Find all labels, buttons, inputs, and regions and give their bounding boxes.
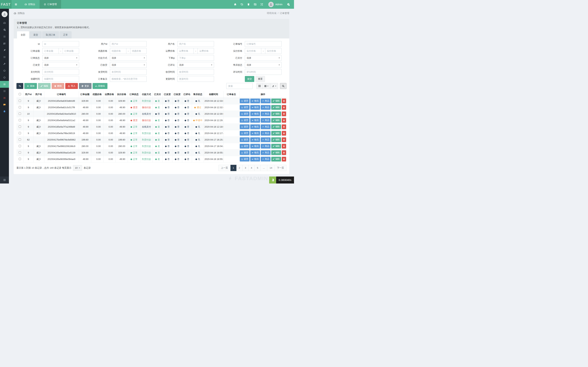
sidebar-item-7[interactable] [0, 67, 9, 74]
page-button-2[interactable]: 2 [236, 165, 242, 171]
detail-view-button[interactable] [256, 83, 263, 89]
home-button[interactable] [232, 0, 239, 9]
order-status-select[interactable]: 选择 [42, 55, 79, 61]
is-paid-select[interactable]: 选择 [245, 55, 282, 61]
shipping-price-min-input[interactable] [177, 48, 194, 54]
update-time-input[interactable] [177, 76, 214, 82]
pay-time-input[interactable] [42, 69, 79, 75]
delete-button[interactable] [282, 99, 286, 103]
order-no-input[interactable] [245, 41, 282, 47]
logistics-button[interactable]: 物流 [250, 144, 260, 149]
expand-button[interactable] [259, 0, 265, 9]
row-checkbox[interactable] [19, 113, 21, 115]
refund-button[interactable]: 退货 [240, 111, 250, 116]
search-toggle-button[interactable] [280, 83, 286, 89]
goods-button[interactable]: 商品 [261, 105, 270, 110]
sidebar-item-13[interactable] [0, 108, 9, 115]
filter-tab-1[interactable]: 退货 [30, 31, 42, 38]
sidebar-item-9[interactable] [0, 81, 9, 88]
sidebar-item-10[interactable] [0, 88, 9, 95]
goods-button[interactable]: 商品 [261, 118, 270, 123]
nav-tab-orders[interactable]: 订单管理 [40, 0, 61, 9]
logistics-button[interactable]: 物流 [250, 137, 260, 142]
user-id-input[interactable] [110, 41, 147, 47]
add-button[interactable]: 添加 [24, 83, 37, 89]
edit-button[interactable]: 编辑 [38, 83, 51, 89]
logistics-button[interactable]: 物流 [250, 118, 260, 123]
pay-type-select[interactable]: 选择 [110, 55, 147, 61]
delete-button[interactable] [282, 157, 286, 161]
edit-button[interactable]: 编辑 [271, 137, 281, 142]
search-input[interactable] [226, 83, 252, 89]
refund-button[interactable]: 退货 [240, 125, 250, 129]
username-input[interactable] [177, 41, 214, 47]
row-checkbox[interactable] [19, 132, 21, 134]
order-amount-max-input[interactable] [63, 48, 79, 54]
order-amount-min-input[interactable] [42, 48, 59, 54]
refund-button[interactable]: 退货 [240, 118, 250, 123]
logistics-button[interactable]: 物流 [250, 125, 260, 129]
edit-button[interactable]: 编辑 [271, 99, 281, 103]
sidebar-item-6[interactable] [0, 60, 9, 67]
sidebar-item-4[interactable] [0, 47, 9, 54]
logistics-button[interactable]: 物流 [250, 105, 260, 110]
sidebar-item-5[interactable] [0, 54, 9, 60]
edit-button[interactable]: 编辑 [271, 111, 281, 116]
page-button-1[interactable]: 1 [231, 165, 237, 171]
sidebar-item-2[interactable] [0, 33, 9, 40]
edit-button[interactable]: 编辑 [271, 150, 281, 155]
comment-time-input[interactable] [245, 69, 282, 75]
page-button-next[interactable]: 下一页 [275, 165, 287, 171]
delete-button[interactable] [282, 131, 286, 136]
sidebar-avatar[interactable] [0, 9, 9, 20]
goods-button[interactable]: 商品 [261, 131, 270, 136]
page-button-14[interactable]: 14 [267, 165, 275, 171]
goods-button[interactable]: 商品 [261, 99, 270, 103]
translate-button[interactable] [252, 0, 259, 9]
settings-menu-button[interactable] [285, 0, 292, 9]
select-all-checkbox[interactable] [19, 93, 21, 95]
edit-button[interactable]: 编辑 [271, 125, 281, 129]
goods-button[interactable]: 商品 [261, 150, 270, 155]
sidebar-toggle-button[interactable] [12, 0, 20, 9]
row-checkbox[interactable] [19, 125, 21, 128]
row-checkbox[interactable] [19, 119, 21, 121]
edit-button[interactable]: 编辑 [271, 157, 281, 161]
delete-button[interactable] [282, 144, 286, 149]
user-menu[interactable]: Admin [265, 2, 285, 7]
refund-button[interactable]: 退货 [240, 131, 250, 136]
nav-tab-dashboard[interactable]: 控制台 [20, 0, 40, 9]
sidebar-bottom-toggle[interactable] [0, 176, 9, 184]
page-button-5[interactable]: 5 [255, 165, 261, 171]
row-checkbox[interactable] [19, 138, 21, 141]
paid-price-min-input[interactable] [245, 48, 261, 54]
delete-button[interactable] [282, 125, 286, 129]
columns-button[interactable] [263, 83, 270, 89]
edit-button[interactable]: 编辑 [271, 118, 281, 123]
import-button[interactable]: 导入 [65, 83, 78, 89]
export-button[interactable] [270, 83, 278, 89]
is-shipped-select[interactable]: 选择 [42, 62, 79, 68]
filter-tab-3[interactable]: 正常 [60, 31, 72, 38]
more-button[interactable]: 更多 [79, 83, 92, 89]
refresh-button[interactable] [239, 0, 245, 9]
sidebar-item-8[interactable] [0, 74, 9, 81]
logistics-button[interactable]: 物流 [250, 131, 260, 136]
row-checkbox[interactable] [19, 100, 21, 102]
sidebar-item-11[interactable] [0, 95, 9, 101]
receive-time-input[interactable] [177, 69, 214, 75]
row-checkbox[interactable] [19, 145, 21, 147]
row-checkbox[interactable] [19, 106, 21, 108]
order-ip-input[interactable] [177, 55, 214, 61]
page-button-4[interactable]: 4 [249, 165, 255, 171]
goods-button[interactable]: 商品 [261, 157, 270, 161]
aftersale-status-select[interactable]: 选择 [245, 62, 282, 68]
refresh-button[interactable] [17, 83, 23, 89]
goods-button[interactable]: 商品 [261, 144, 270, 149]
refund-button[interactable]: 退货 [240, 99, 250, 103]
goods-button[interactable]: 商品 [261, 125, 270, 129]
page-button-prev[interactable]: 上一页 [218, 165, 231, 171]
sidebar-item-3[interactable] [0, 40, 9, 47]
order-remark-input[interactable] [110, 76, 147, 82]
delete-button[interactable] [282, 150, 286, 155]
